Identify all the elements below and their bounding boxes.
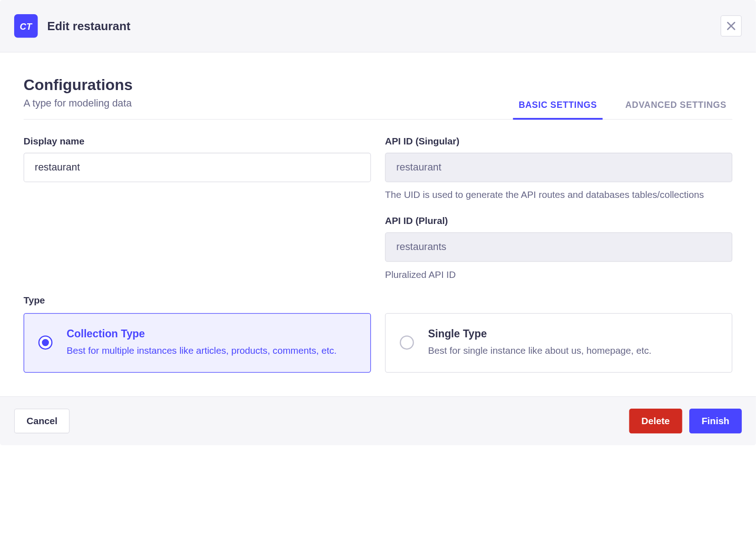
content-type-badge: CT: [14, 14, 38, 38]
api-id-column: API ID (Singular) The UID is used to gen…: [385, 136, 732, 282]
type-collection-desc: Best for multiple instances like article…: [67, 344, 337, 358]
modal-header-left: CT Edit restaurant: [14, 14, 130, 38]
close-button[interactable]: [720, 16, 741, 37]
section-title: Configurations: [24, 76, 133, 94]
tab-advanced-settings[interactable]: Advanced Settings: [619, 91, 732, 120]
type-card-collection[interactable]: Collection Type Best for multiple instan…: [24, 313, 371, 372]
type-single-desc: Best for single instance like about us, …: [428, 344, 652, 358]
section-title-block: Configurations A type for modeling data: [24, 76, 133, 119]
type-section: Type Collection Type Best for multiple i…: [24, 296, 733, 373]
api-plural-group: API ID (Plural) Pluralized API ID: [385, 216, 732, 281]
modal-header: CT Edit restaurant: [0, 0, 756, 53]
cancel-button[interactable]: Cancel: [14, 408, 70, 433]
close-icon: [727, 22, 735, 30]
display-name-label: Display name: [24, 136, 371, 147]
radio-collection[interactable]: [38, 336, 53, 350]
api-singular-group: API ID (Singular) The UID is used to gen…: [385, 136, 732, 202]
type-single-title: Single Type: [428, 328, 652, 341]
section-header: Configurations A type for modeling data …: [24, 76, 733, 119]
display-name-group: Display name: [24, 136, 371, 282]
tab-basic-settings[interactable]: Basic Settings: [513, 91, 603, 120]
edit-content-type-modal: CT Edit restaurant Configurations A type…: [0, 0, 756, 445]
api-plural-label: API ID (Plural): [385, 216, 732, 226]
type-single-text: Single Type Best for single instance lik…: [428, 328, 652, 358]
settings-tabs: Basic Settings Advanced Settings: [513, 91, 732, 119]
api-singular-input[interactable]: [385, 153, 732, 182]
api-plural-hint: Pluralized API ID: [385, 268, 732, 282]
display-name-input[interactable]: [24, 153, 371, 182]
type-collection-text: Collection Type Best for multiple instan…: [67, 328, 337, 358]
modal-title: Edit restaurant: [47, 19, 130, 33]
api-plural-input[interactable]: [385, 233, 732, 262]
section-subtitle: A type for modeling data: [24, 98, 133, 110]
api-singular-label: API ID (Singular): [385, 136, 732, 147]
footer-right: Delete Finish: [629, 408, 742, 433]
delete-button[interactable]: Delete: [629, 408, 682, 433]
radio-single[interactable]: [400, 336, 414, 350]
finish-button[interactable]: Finish: [689, 408, 742, 433]
type-collection-title: Collection Type: [67, 328, 337, 341]
type-grid: Collection Type Best for multiple instan…: [24, 313, 733, 372]
form-grid: Display name API ID (Singular) The UID i…: [24, 136, 733, 282]
type-label: Type: [24, 296, 733, 306]
modal-footer: Cancel Delete Finish: [0, 396, 756, 445]
api-singular-hint: The UID is used to generate the API rout…: [385, 188, 732, 202]
modal-body: Configurations A type for modeling data …: [0, 53, 756, 396]
type-card-single[interactable]: Single Type Best for single instance lik…: [385, 313, 732, 372]
